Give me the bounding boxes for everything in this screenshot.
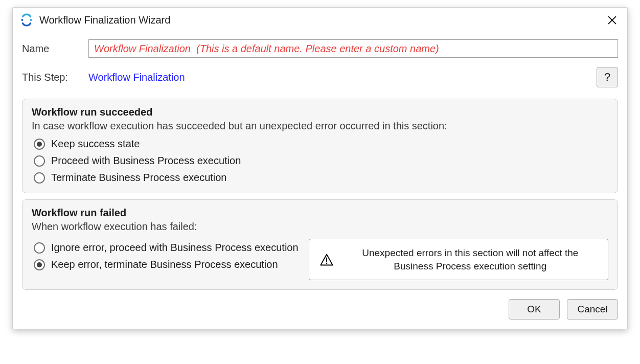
- title-bar: Workflow Finalization Wizard: [13, 8, 627, 32]
- radio-label: Terminate Business Process execution: [51, 172, 227, 184]
- group-failed-desc: When workflow execution has failed:: [32, 221, 608, 233]
- radio-keep-error[interactable]: Keep error, terminate Business Process e…: [34, 259, 299, 270]
- button-label: Cancel: [577, 304, 607, 315]
- radio-keep-success[interactable]: Keep success state: [34, 138, 608, 150]
- name-input[interactable]: [88, 39, 618, 58]
- radio-proceed-execution[interactable]: Proceed with Business Process execution: [34, 155, 608, 167]
- radio-dot-icon: [34, 259, 45, 270]
- svg-point-5: [326, 262, 327, 264]
- group-succeeded-desc: In case workflow execution has succeeded…: [32, 120, 608, 132]
- group-succeeded-title: Workflow run succeeded: [32, 106, 608, 118]
- radio-label: Ignore error, proceed with Business Proc…: [51, 242, 299, 254]
- step-value: Workflow Finalization: [88, 72, 597, 83]
- help-icon: ?: [604, 71, 610, 84]
- svg-point-0: [21, 19, 23, 21]
- name-row: Name: [22, 39, 618, 58]
- cancel-button[interactable]: Cancel: [567, 299, 618, 320]
- failed-options: Ignore error, proceed with Business Proc…: [32, 239, 299, 280]
- radio-dot-icon: [34, 172, 45, 184]
- help-button[interactable]: ?: [597, 67, 618, 87]
- footer: OK Cancel: [13, 290, 627, 329]
- group-failed-title: Workflow run failed: [32, 207, 608, 219]
- radio-label: Proceed with Business Process execution: [51, 155, 241, 167]
- radio-label: Keep success state: [51, 138, 140, 150]
- svg-point-1: [30, 19, 32, 21]
- name-label: Name: [22, 43, 88, 55]
- radio-label: Keep error, terminate Business Process e…: [51, 259, 278, 270]
- ok-button[interactable]: OK: [509, 299, 560, 320]
- succeeded-options: Keep success state Proceed with Business…: [34, 138, 608, 184]
- step-row: This Step: Workflow Finalization ?: [22, 67, 618, 87]
- info-text: Unexpected errors in this section will n…: [343, 246, 598, 272]
- header-section: Name This Step: Workflow Finalization ?: [13, 32, 627, 93]
- radio-dot-icon: [34, 155, 45, 167]
- group-failed: Workflow run failed When workflow execut…: [22, 199, 618, 290]
- radio-ignore-error[interactable]: Ignore error, proceed with Business Proc…: [34, 242, 299, 254]
- button-label: OK: [527, 304, 541, 315]
- dialog-frame: Workflow Finalization Wizard Name This S…: [12, 7, 628, 329]
- close-button[interactable]: [602, 10, 622, 30]
- group-succeeded: Workflow run succeeded In case workflow …: [22, 99, 618, 193]
- radio-dot-icon: [34, 139, 45, 150]
- radio-terminate-execution[interactable]: Terminate Business Process execution: [34, 172, 608, 184]
- step-label: This Step:: [22, 72, 88, 83]
- info-box: Unexpected errors in this section will n…: [309, 239, 608, 280]
- dialog-title: Workflow Finalization Wizard: [39, 14, 602, 26]
- close-icon: [608, 16, 616, 25]
- radio-dot-icon: [34, 242, 45, 254]
- app-icon: [20, 13, 33, 27]
- warning-icon: [319, 253, 334, 267]
